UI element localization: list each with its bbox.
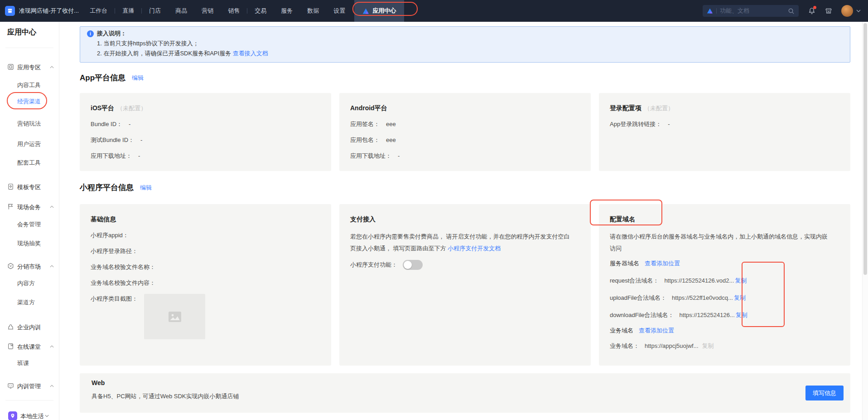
nav-item-live[interactable]: 直播 <box>115 7 141 15</box>
card-domain-config: 配置域名 请在微信小程序后台的服务器域名与业务域名内，加上小鹅通的域名信息，实现… <box>599 204 850 366</box>
sidebar-item-label: 配套工具 <box>17 159 41 167</box>
edit-mini-program-link[interactable]: 编辑 <box>140 184 152 193</box>
nav-item-workbench[interactable]: 工作台 <box>82 7 115 15</box>
chevron-down-icon <box>45 415 49 417</box>
fill-info-button[interactable]: 填写信息 <box>805 386 844 400</box>
sidebar-item-label: 用户运营 <box>17 140 41 148</box>
nav-item-sales[interactable]: 销售 <box>221 7 247 15</box>
payment-toggle[interactable] <box>403 260 423 270</box>
top-nav: 工作台直播门店商品营销销售交易服务数据设置 <box>82 7 352 15</box>
search-placeholder: 功能、文档 <box>720 7 785 15</box>
sidebar-item-label: 班课 <box>17 359 29 367</box>
sidebar-item-onsite-lottery[interactable]: 现场抽奖 <box>0 239 59 248</box>
field-row: 小程序类目截图： <box>91 295 320 339</box>
nav-item-store[interactable]: 门店 <box>142 7 168 15</box>
copy-link[interactable]: 复制 <box>736 312 747 319</box>
nav-item-trade[interactable]: 交易 <box>247 7 274 15</box>
nav-item-data[interactable]: 数据 <box>300 7 326 15</box>
domain-label: downloadFile合法域名： <box>610 312 674 319</box>
sidebar-title: 应用中心 <box>7 28 36 37</box>
store-logo-icon[interactable] <box>5 6 15 16</box>
store-name[interactable]: 准现网店铺-开了收付... <box>19 7 79 15</box>
card-title: Android平台 <box>350 104 387 112</box>
domain-label: 业务域名： <box>610 342 639 350</box>
app-platform-cards: iOS平台（未配置）Bundle ID：-测试Bundle ID：-应用下载地址… <box>80 93 850 171</box>
sidebar-item-support-tools[interactable]: 配套工具 <box>0 158 59 167</box>
sidebar-item-distribution-market[interactable]: 分销市场 <box>0 262 59 271</box>
tab-app-center[interactable]: 应用中心 <box>354 0 404 22</box>
nav-item-marketing[interactable]: 营销 <box>194 7 221 15</box>
pin-icon <box>8 411 17 420</box>
sidebar-item-meeting-mgmt[interactable]: 会务管理 <box>0 220 59 229</box>
sidebar-divider <box>5 400 53 400</box>
mini-program-cards: 基础信息 小程序appid：小程序登录路径：业务域名校验文件名称：业务域名校验文… <box>80 204 850 366</box>
nav-item-settings[interactable]: 设置 <box>326 7 352 15</box>
search-icon[interactable] <box>788 8 795 15</box>
edit-app-platform-link[interactable]: 编辑 <box>132 74 144 83</box>
scrollbar[interactable] <box>862 22 868 420</box>
copy-link-disabled[interactable]: 复制 <box>702 342 714 350</box>
notification-dot <box>813 6 816 9</box>
field-label: 应用签名： <box>350 121 380 128</box>
card-android-platform: Android平台应用签名：eee应用包名：eee应用下载地址：- <box>339 93 591 171</box>
payment-doc-link[interactable]: 小程序支付开发文档 <box>448 245 501 252</box>
sidebar-item-local-life[interactable]: 本地生活 <box>0 411 59 420</box>
search-box[interactable]: 功能、文档 <box>703 5 799 17</box>
domain-label: request合法域名： <box>610 277 659 284</box>
sidebar-item-channel-provider[interactable]: 渠道方 <box>0 298 59 307</box>
card-title: 配置域名 <box>610 215 635 224</box>
sidebar-item-label: 分销市场 <box>17 263 41 271</box>
card-title: 支付接入 <box>350 215 376 224</box>
sidebar-item-class-course[interactable]: 班课 <box>0 358 59 367</box>
sidebar-item-label: 渠道方 <box>17 298 35 307</box>
store-switch-button[interactable] <box>825 7 832 15</box>
sidebar-item-enterprise-training[interactable]: 企业内训 <box>0 322 59 332</box>
app-zone-icon <box>7 63 14 70</box>
field-row: 应用下载地址：- <box>350 152 580 160</box>
view-add-position-link[interactable]: 查看添加位置 <box>645 260 680 267</box>
mini-program-heading: 小程序平台信息 编辑 <box>80 182 152 193</box>
scrollbar-thumb[interactable] <box>863 23 867 275</box>
banner-line1: 1. 当前只支持https协议下的开发接入； <box>97 39 268 49</box>
field-value: - <box>140 137 142 144</box>
sidebar-item-marketing-play[interactable]: 营销玩法 <box>0 119 59 128</box>
sidebar-item-label: 应用专区 <box>17 63 41 72</box>
nav-item-service[interactable]: 服务 <box>274 7 300 15</box>
copy-link[interactable]: 复制 <box>734 294 746 302</box>
sidebar-item-label: 模板专区 <box>17 183 41 191</box>
sidebar-item-template-zone[interactable]: 模板专区 <box>0 182 59 191</box>
avatar[interactable] <box>841 5 853 17</box>
sidebar-item-content-provider[interactable]: 内容方 <box>0 278 59 288</box>
sidebar-item-user-operation[interactable]: 用户运营 <box>0 139 59 148</box>
field-value: - <box>398 152 400 160</box>
sidebar-divider <box>5 48 53 48</box>
copy-link[interactable]: 复制 <box>735 277 747 284</box>
card-status-badge: （未配置） <box>644 104 674 112</box>
sidebar-item-label: 本地生活 <box>20 412 44 420</box>
field-label: 应用下载地址： <box>350 152 391 160</box>
sidebar-item-training-mgmt[interactable]: 内训管理 <box>0 381 59 391</box>
card-payment-access: 支付接入 若您在小程序内需要售卖付费商品， 请开启支付功能，并在您的程序内开发支… <box>339 204 591 366</box>
field-label: 应用包名： <box>350 137 380 144</box>
view-add-position-link[interactable]: 查看添加位置 <box>639 327 674 334</box>
chevron-up-icon <box>50 385 54 387</box>
sidebar-item-app-zone[interactable]: 应用专区 <box>0 63 59 72</box>
section-title: App平台信息 <box>80 73 125 83</box>
view-access-doc-link[interactable]: 查看接入文档 <box>233 50 268 57</box>
field-row: 小程序appid： <box>91 232 320 239</box>
chevron-up-icon <box>50 345 54 348</box>
notifications-button[interactable] <box>808 7 815 15</box>
sidebar-item-content-tools[interactable]: 内容工具 <box>0 80 59 89</box>
sidebar-item-online-class[interactable]: 在线课堂 <box>0 342 59 351</box>
chevron-down-icon[interactable] <box>856 10 861 12</box>
sidebar-item-label: 营销玩法 <box>17 120 41 128</box>
domain-value: https://522ff1e0vodcq... <box>672 294 733 302</box>
field-row: 应用下载地址：- <box>91 152 320 160</box>
building-icon <box>7 323 14 330</box>
field-value: - <box>668 121 670 128</box>
sidebar-item-onsite-meeting[interactable]: 现场会务 <box>0 202 59 211</box>
nav-item-goods[interactable]: 商品 <box>168 7 194 15</box>
book-icon <box>7 343 14 350</box>
app-window: 准现网店铺-开了收付... 工作台直播门店商品营销销售交易服务数据设置 应用中心… <box>0 0 868 420</box>
sidebar-item-business-channel[interactable]: 经营渠道 <box>0 97 59 106</box>
